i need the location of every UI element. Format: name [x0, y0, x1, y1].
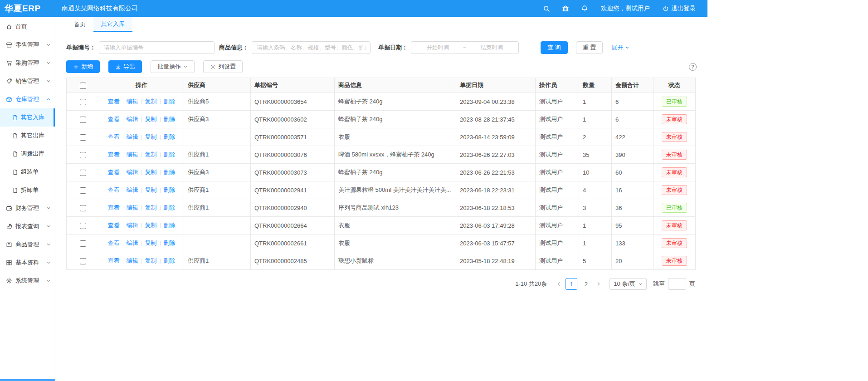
page-size-select[interactable]: 10 条/页 [610, 278, 647, 290]
copy-link[interactable]: 复制 [145, 151, 157, 158]
edit-link[interactable]: 编辑 [127, 186, 138, 193]
delete-link[interactable]: 删除 [164, 116, 176, 122]
date-range-picker[interactable]: 开始时间 ~ 结束时间 [411, 41, 519, 54]
edit-link[interactable]: 编辑 [127, 204, 138, 211]
sidebar-item-system[interactable]: 系统管理 [0, 272, 55, 290]
sidebar-item-sales[interactable]: 销售管理 [0, 72, 55, 90]
row-checkbox[interactable] [80, 99, 86, 105]
sidebar-item-assembly[interactable]: 组装单 [0, 163, 55, 181]
row-actions: 查看编辑复制删除 [108, 239, 176, 246]
expand-link[interactable]: 展开 [611, 44, 629, 52]
row-checkbox[interactable] [80, 117, 86, 123]
tab-other-inbound[interactable]: 其它入库 [93, 17, 132, 32]
copy-link[interactable]: 复制 [145, 98, 157, 105]
sidebar-item-report[interactable]: 报表查询 [0, 217, 55, 235]
sidebar-scrollbar[interactable] [0, 379, 55, 381]
delete-link[interactable]: 删除 [164, 151, 176, 158]
logout-button[interactable]: 退出登录 [663, 5, 696, 13]
view-link[interactable]: 查看 [108, 186, 120, 193]
sidebar-item-home[interactable]: 首页 [0, 18, 55, 36]
edit-link[interactable]: 编辑 [127, 222, 138, 229]
delete-link[interactable]: 删除 [164, 204, 176, 211]
delete-link[interactable]: 删除 [164, 222, 176, 229]
copy-link[interactable]: 复制 [145, 257, 157, 264]
row-checkbox[interactable] [80, 223, 86, 229]
sidebar-item-purchase[interactable]: 采购管理 [0, 54, 55, 72]
row-checkbox[interactable] [80, 258, 86, 264]
row-actions: 查看编辑复制删除 [108, 257, 176, 264]
search-icon[interactable] [543, 5, 550, 12]
view-link[interactable]: 查看 [108, 133, 120, 140]
chevron-down-icon [46, 79, 51, 83]
copy-link[interactable]: 复制 [145, 222, 157, 229]
delete-link[interactable]: 删除 [164, 133, 176, 140]
sidebar-item-basic-data[interactable]: 基本资料 [0, 254, 55, 272]
plus-icon [73, 64, 79, 70]
row-checkbox[interactable] [80, 152, 86, 158]
edit-link[interactable]: 编辑 [127, 239, 138, 246]
view-link[interactable]: 查看 [108, 222, 120, 229]
edit-link[interactable]: 编辑 [127, 151, 138, 158]
sidebar-item-goods[interactable]: 商品管理 [0, 235, 55, 254]
bill-no-input[interactable] [99, 41, 215, 54]
view-link[interactable]: 查看 [108, 98, 120, 105]
row-checkbox[interactable] [80, 187, 86, 194]
tab-home[interactable]: 首页 [66, 17, 93, 32]
row-checkbox[interactable] [80, 240, 86, 247]
sidebar-item-warehouse[interactable]: 仓库管理 [0, 90, 55, 108]
chevron-down-icon [639, 282, 643, 286]
select-all-checkbox[interactable] [80, 83, 86, 89]
copy-link[interactable]: 复制 [145, 239, 157, 246]
page-number-1[interactable]: 1 [566, 278, 577, 290]
help-icon[interactable]: ? [689, 63, 697, 71]
row-checkbox[interactable] [80, 170, 86, 176]
view-link[interactable]: 查看 [108, 169, 120, 176]
edit-link[interactable]: 编辑 [127, 133, 138, 140]
view-link[interactable]: 查看 [108, 204, 120, 211]
copy-link[interactable]: 复制 [145, 169, 157, 176]
bank-icon[interactable] [562, 5, 569, 12]
jump-to-input[interactable] [668, 278, 686, 290]
copy-link[interactable]: 复制 [145, 133, 157, 140]
view-link[interactable]: 查看 [108, 116, 120, 122]
bell-icon[interactable] [581, 5, 588, 12]
edit-link[interactable]: 编辑 [127, 257, 138, 264]
reset-button[interactable]: 重 置 [576, 41, 603, 54]
copy-link[interactable]: 复制 [145, 116, 157, 122]
next-page-icon[interactable] [596, 281, 601, 287]
view-link[interactable]: 查看 [108, 239, 120, 246]
edit-link[interactable]: 编辑 [127, 116, 138, 122]
row-checkbox[interactable] [80, 205, 86, 211]
page-number-2[interactable]: 2 [580, 278, 592, 290]
action-divider [160, 99, 161, 104]
edit-link[interactable]: 编辑 [127, 98, 138, 105]
chevron-down-icon [46, 278, 51, 283]
delete-link[interactable]: 删除 [164, 98, 176, 105]
view-link[interactable]: 查看 [108, 257, 120, 264]
delete-link[interactable]: 删除 [164, 169, 176, 176]
delete-link[interactable]: 删除 [164, 186, 176, 193]
sidebar-item-transfer-outbound[interactable]: 调拨出库 [0, 145, 55, 163]
sidebar-item-disassembly[interactable]: 拆卸单 [0, 181, 55, 199]
goods-info-input[interactable] [252, 41, 371, 54]
search-button[interactable]: 查 询 [541, 41, 568, 54]
view-link[interactable]: 查看 [108, 151, 120, 158]
copy-link[interactable]: 复制 [145, 186, 157, 193]
add-button[interactable]: 新增 [66, 60, 100, 73]
gear-icon [6, 278, 12, 284]
sidebar-item-retail[interactable]: 零售管理 [0, 36, 55, 54]
copy-link[interactable]: 复制 [145, 204, 157, 211]
row-checkbox[interactable] [80, 134, 86, 141]
prev-page-icon[interactable] [556, 281, 561, 287]
sidebar-item-finance[interactable]: 财务管理 [0, 199, 55, 217]
edit-link[interactable]: 编辑 [127, 169, 138, 176]
sidebar-item-other-outbound[interactable]: 其它出库 [0, 127, 55, 145]
export-button[interactable]: 导出 [108, 60, 142, 73]
sidebar-item-other-inbound[interactable]: 其它入库 [0, 108, 55, 127]
sidebar-item-label: 报表查询 [15, 222, 39, 230]
sidebar-submenu-warehouse: 其它入库 其它出库 调拨出库 组装单 拆卸单 [0, 108, 55, 199]
column-settings-button[interactable]: 列设置 [203, 60, 243, 73]
delete-link[interactable]: 删除 [164, 257, 176, 264]
delete-link[interactable]: 删除 [164, 239, 176, 246]
batch-actions-button[interactable]: 批量操作 [151, 60, 195, 73]
